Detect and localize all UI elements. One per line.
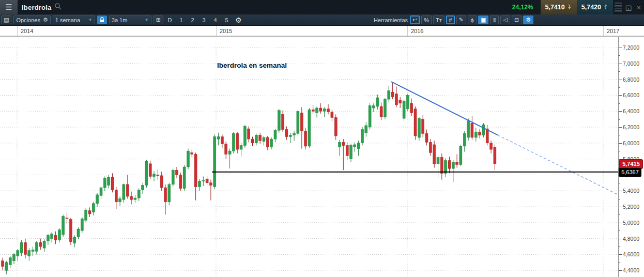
axis-tick [619, 239, 622, 239]
year-gridline [407, 26, 408, 36]
period-buttons: D12345 [165, 16, 231, 24]
indicators-tool-icon[interactable]: ʬ [490, 16, 499, 24]
price-axis-label: 6,4000 [623, 108, 639, 114]
close-icon[interactable]: × [634, 2, 644, 12]
axis-tick [619, 199, 620, 199]
asset-name: Iberdrola [22, 4, 51, 11]
period-button-2[interactable]: 2 [188, 16, 197, 24]
axis-tick [619, 143, 622, 144]
chart-area: Iberdrola en semanal 7,20007,00006,80006… [0, 37, 644, 277]
axis-tick [619, 64, 622, 64]
support-price-marker: 5,6367 [619, 168, 641, 177]
axis-tick [619, 111, 622, 112]
price-axis-label: 5,4000 [623, 188, 639, 194]
axis-tick [619, 230, 620, 231]
options-button[interactable]: Opciones ⚙ [13, 16, 50, 24]
price-axis-label: 6,0000 [623, 140, 639, 146]
draw-tool-icon[interactable]: ✎ [456, 16, 466, 24]
year-gridline [216, 26, 217, 36]
time-axis[interactable]: 2014201520162017 [0, 26, 644, 37]
axis-tick [619, 263, 620, 263]
text-tool-icon[interactable]: Tт [433, 16, 444, 24]
axis-tick [619, 48, 622, 48]
list-view-icon[interactable]: ▤ [1, 16, 11, 24]
price-axis-label: 5,0000 [623, 220, 639, 226]
grid-tool-icon[interactable]: # [446, 16, 455, 24]
windows-layout-tool-icon[interactable]: ▣ [478, 16, 488, 24]
price-axis[interactable]: 7,20007,00006,80006,60006,40006,20006,00… [618, 37, 644, 277]
tools-group: ↩%Tт#✎ɸ▣ʬ◁⊟⚙ [410, 16, 533, 24]
trendline-dashed [498, 135, 618, 195]
year-gridline [17, 26, 18, 36]
settings-gear-icon[interactable]: ⚙ [233, 16, 244, 24]
timeframe-dropdown[interactable]: 1 semana ▼ [53, 16, 95, 24]
axis-tick [619, 270, 622, 271]
candlestick-chart[interactable] [0, 37, 618, 277]
range-dropdown[interactable]: 3a 1m ▼ [109, 16, 151, 24]
price-axis-label: 4,8000 [623, 236, 639, 242]
period-button-1[interactable]: 1 [177, 16, 186, 24]
tools-label: Herramientas [374, 17, 408, 23]
year-label: 2016 [411, 28, 423, 34]
price-axis-label: 6,8000 [623, 76, 639, 83]
axis-tick [619, 103, 620, 104]
axis-tick [619, 254, 622, 255]
axis-tick [619, 80, 622, 80]
price-axis-label: 6,6000 [623, 92, 639, 98]
undo-tool-icon[interactable]: ↩ [410, 16, 420, 24]
drag-grip-icon[interactable] [615, 1, 622, 14]
ask-price-button[interactable]: 5,7420 [577, 0, 613, 14]
timeframe-value: 1 semana [55, 17, 80, 23]
price-axis-label: 4,4000 [623, 267, 639, 273]
axis-tick [619, 119, 620, 120]
axis-tick [619, 151, 620, 151]
price-axis-label: 5,2000 [623, 204, 639, 210]
price-axis-label: 6,2000 [623, 124, 639, 130]
year-label: 2014 [21, 28, 33, 34]
lock-icon[interactable] [97, 16, 107, 24]
bid-price-button[interactable]: 5,7410 [541, 0, 577, 14]
year-label: 2015 [220, 28, 232, 34]
calendar-icon[interactable]: ⊞ [154, 16, 163, 24]
period-button-3[interactable]: 3 [200, 16, 208, 24]
year-gridline [603, 26, 604, 36]
top-bar: ☰ Iberdrola 24,12% 5,7410 5,7420 ◱ × [0, 0, 644, 14]
period-button-d[interactable]: D [165, 16, 174, 24]
restore-window-icon[interactable]: ◱ [623, 2, 634, 12]
options-label: Opciones [16, 17, 40, 23]
year-label: 2017 [607, 28, 619, 34]
price-axis-label: 4,6000 [623, 251, 639, 257]
axis-tick [619, 191, 622, 191]
chart-title: Iberdrola en semanal [217, 61, 287, 69]
axis-tick [619, 223, 622, 223]
range-value: 3a 1m [112, 17, 128, 23]
axis-tick [619, 207, 622, 207]
period-button-5[interactable]: 5 [222, 16, 231, 24]
print-tool-icon[interactable]: ⊟ [512, 16, 522, 24]
gridlines [0, 37, 618, 277]
hamburger-menu-icon[interactable]: ☰ [0, 0, 18, 14]
change-percent: 24,12% [512, 4, 533, 11]
axis-tick [619, 87, 620, 88]
axis-tick [619, 71, 620, 72]
ask-price: 5,7420 [581, 4, 601, 11]
gear-icon: ⚙ [43, 17, 48, 23]
bid-price: 5,7410 [545, 4, 565, 11]
axis-tick [619, 95, 622, 96]
chart-toolbar: ▤ Opciones ⚙ 1 semana ▼ 3a 1m ▼ ⊞ D12345… [0, 14, 644, 26]
edit-settings-tool-icon[interactable]: ⚙ [523, 16, 533, 24]
search-icon[interactable] [54, 3, 62, 12]
axis-tick [619, 214, 620, 215]
axis-tick [619, 135, 620, 135]
erase-tool-icon[interactable]: ◁ [500, 16, 510, 24]
price-axis-label: 7,2000 [623, 44, 639, 51]
period-button-4[interactable]: 4 [211, 16, 220, 24]
axis-tick [619, 127, 622, 128]
candlestick-style-tool-icon[interactable]: ɸ [468, 16, 477, 24]
percent-scale-tool-icon[interactable]: % [421, 16, 432, 24]
arrow-down-icon [567, 4, 572, 11]
axis-tick [619, 55, 620, 56]
chevron-down-icon: ▼ [145, 18, 149, 22]
axis-tick [619, 247, 620, 247]
arrow-up-icon [603, 4, 608, 11]
